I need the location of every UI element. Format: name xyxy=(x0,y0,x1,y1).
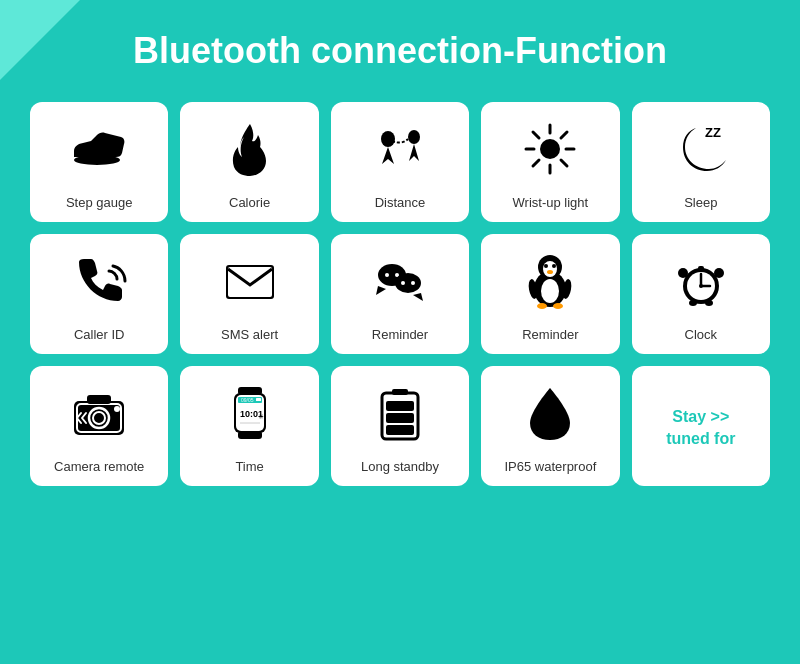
feature-stay-tuned: Stay >>tuned for xyxy=(632,366,770,486)
svg-point-18 xyxy=(395,273,421,293)
step-gauge-label: Step gauge xyxy=(66,195,133,210)
page-title: Bluetooth connection-Function xyxy=(0,0,800,92)
feature-calorie: Calorie xyxy=(180,102,318,222)
sun-icon xyxy=(520,119,580,187)
svg-text:✳: ✳ xyxy=(258,413,264,420)
svg-line-11 xyxy=(533,160,539,166)
svg-rect-50 xyxy=(238,387,262,395)
camera-remote-label: Camera remote xyxy=(54,459,144,474)
svg-line-10 xyxy=(561,132,567,138)
svg-point-0 xyxy=(74,155,120,165)
calorie-label: Calorie xyxy=(229,195,270,210)
svg-rect-61 xyxy=(386,413,414,423)
features-grid: Step gauge Calorie Distance xyxy=(0,92,800,506)
svg-point-46 xyxy=(93,412,105,424)
feature-sms-alert: SMS alert xyxy=(180,234,318,354)
feature-caller-id: Caller ID xyxy=(30,234,168,354)
svg-text:ZZ: ZZ xyxy=(705,125,721,140)
wrist-up-light-label: Wrist-up light xyxy=(513,195,589,210)
svg-text:09/05: 09/05 xyxy=(241,397,254,403)
svg-point-29 xyxy=(553,303,563,309)
svg-rect-59 xyxy=(392,389,408,395)
svg-point-16 xyxy=(385,273,389,277)
svg-line-9 xyxy=(561,160,567,166)
alarm-icon xyxy=(671,251,731,319)
svg-rect-40 xyxy=(698,266,704,271)
svg-point-28 xyxy=(537,303,547,309)
reminder-wechat-label: Reminder xyxy=(372,327,428,342)
svg-point-20 xyxy=(411,281,415,285)
drop-icon xyxy=(520,383,580,451)
svg-rect-14 xyxy=(228,267,272,297)
svg-point-19 xyxy=(401,281,405,285)
moon-icon: ZZ xyxy=(671,119,731,187)
sleep-label: Sleep xyxy=(684,195,717,210)
ip65-waterproof-label: IP65 waterproof xyxy=(505,459,597,474)
long-standby-label: Long standby xyxy=(361,459,439,474)
feature-reminder-penguin: Reminder xyxy=(481,234,619,354)
distance-label: Distance xyxy=(375,195,426,210)
feature-ip65-waterproof: IP65 waterproof xyxy=(481,366,619,486)
flame-icon xyxy=(220,119,280,187)
svg-point-1 xyxy=(381,131,395,147)
svg-rect-62 xyxy=(386,401,414,411)
svg-point-36 xyxy=(689,300,697,306)
sms-alert-label: SMS alert xyxy=(221,327,278,342)
feature-clock: Clock xyxy=(632,234,770,354)
clock-label: Clock xyxy=(685,327,718,342)
feature-distance: Distance xyxy=(331,102,469,222)
battery-icon xyxy=(370,383,430,451)
stay-tuned-text: Stay >>tuned for xyxy=(666,406,735,451)
feature-sleep: ZZ Sleep xyxy=(632,102,770,222)
svg-point-39 xyxy=(714,268,724,278)
shoe-icon xyxy=(69,119,129,187)
feature-wrist-up-light: Wrist-up light xyxy=(481,102,619,222)
watch-icon: 09/05 10:01 ✳ xyxy=(220,383,280,451)
svg-point-41 xyxy=(699,284,703,288)
phone-icon xyxy=(69,251,129,319)
feature-time: 09/05 10:01 ✳ Time xyxy=(180,366,318,486)
svg-point-22 xyxy=(541,279,559,303)
svg-point-38 xyxy=(678,268,688,278)
camera-icon xyxy=(69,383,129,451)
feature-camera-remote: Camera remote xyxy=(30,366,168,486)
svg-rect-51 xyxy=(238,431,262,439)
feature-reminder-wechat: Reminder xyxy=(331,234,469,354)
svg-point-3 xyxy=(540,139,560,159)
svg-point-47 xyxy=(114,406,120,412)
svg-rect-54 xyxy=(256,398,261,401)
caller-id-label: Caller ID xyxy=(74,327,125,342)
svg-line-8 xyxy=(533,132,539,138)
svg-point-24 xyxy=(543,261,557,277)
svg-point-37 xyxy=(705,300,713,306)
svg-rect-44 xyxy=(87,395,111,404)
pin-icon xyxy=(370,119,430,187)
svg-point-25 xyxy=(544,264,548,268)
time-label: Time xyxy=(235,459,263,474)
reminder-penguin-label: Reminder xyxy=(522,327,578,342)
penguin-icon xyxy=(520,251,580,319)
svg-point-2 xyxy=(408,130,420,144)
wechat-icon xyxy=(370,251,430,319)
envelope-icon xyxy=(220,251,280,319)
feature-step-gauge: Step gauge xyxy=(30,102,168,222)
feature-long-standby: Long standby xyxy=(331,366,469,486)
svg-rect-60 xyxy=(386,425,414,435)
svg-point-27 xyxy=(547,270,553,274)
svg-point-26 xyxy=(552,264,556,268)
